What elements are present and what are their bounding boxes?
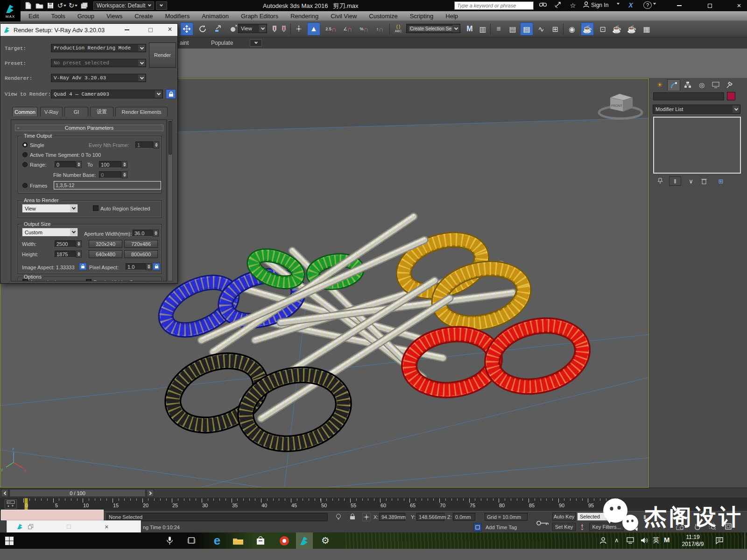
task-view-icon[interactable] (187, 536, 196, 545)
render-in-cloud-icon[interactable]: ☕ (626, 22, 638, 35)
pixel-aspect-lock-icon[interactable] (153, 263, 160, 270)
store-icon[interactable] (256, 535, 265, 546)
sign-in-person-icon[interactable] (582, 1, 590, 8)
modifier-list-dropdown[interactable]: Modifier List (653, 105, 740, 114)
preset-720x486-button[interactable]: 720x486 (124, 240, 158, 248)
set-key-button[interactable]: Set Key (552, 523, 576, 531)
range-from-field[interactable]: 0 (55, 161, 76, 168)
range-radio[interactable] (22, 162, 28, 167)
object-color-swatch[interactable] (727, 92, 735, 100)
height-spinner[interactable] (76, 251, 82, 258)
tab-common[interactable]: Common (12, 107, 38, 116)
modify-tab-icon[interactable] (667, 79, 680, 91)
menu-edit[interactable]: Edit (22, 11, 45, 21)
tab-render-elements[interactable]: Render Elements (115, 107, 168, 116)
menu-civil-view[interactable]: Civil View (324, 11, 363, 21)
aperture-width-field[interactable]: 36.0 (133, 230, 153, 237)
auto-region-checkbox[interactable] (93, 205, 99, 211)
render-hidden-checkbox[interactable] (86, 279, 92, 281)
every-nth-spinner[interactable] (154, 141, 159, 148)
menu-create[interactable]: Create (128, 11, 159, 21)
key-filter-key-icon[interactable] (579, 524, 585, 530)
menu-customize[interactable]: Customize (363, 11, 403, 21)
use-pivot-center-icon[interactable] (270, 22, 279, 35)
render-last-icon[interactable]: ▦ (641, 22, 653, 35)
dialog-maximize-button[interactable] (143, 26, 157, 34)
configure-modifier-sets-icon[interactable]: ⊞ (715, 176, 727, 186)
select-and-scale-icon[interactable] (211, 22, 225, 35)
popup-restore-icon[interactable] (28, 524, 33, 529)
dialog-scrollbar-thumb[interactable] (169, 121, 172, 154)
create-tab-icon[interactable]: ☀ (653, 79, 666, 91)
view-to-render-dropdown[interactable]: Quad 4 — Camera003 (51, 90, 163, 98)
common-parameters-rollout[interactable]: - Common Parameters (15, 125, 163, 131)
width-field[interactable]: 2500 (55, 240, 76, 247)
application-menu-button[interactable]: MAX (0, 0, 21, 21)
reference-coordinate-dropdown[interactable]: View (238, 24, 267, 33)
object-name-field[interactable] (653, 92, 724, 100)
file-number-base-spinner[interactable] (122, 171, 127, 178)
menu-rendering[interactable]: Rendering (284, 11, 324, 21)
select-and-move-icon[interactable] (180, 22, 193, 35)
dialog-scrollbar[interactable] (168, 119, 173, 281)
redo-icon[interactable]: ↻ (67, 1, 78, 10)
help-search-input[interactable] (454, 1, 534, 10)
file-number-base-field[interactable]: 0 (99, 171, 121, 178)
named-selection-icon[interactable]: { }ABC (391, 22, 405, 35)
dialog-minimize-button[interactable] (120, 26, 134, 34)
area-to-render-dropdown[interactable]: View (22, 204, 78, 213)
3dsmax-taskbar-icon[interactable] (296, 532, 313, 549)
popup-close-icon[interactable]: × (105, 523, 109, 531)
taskbar-clock[interactable]: 11:19 2017/6/9 (676, 534, 710, 548)
close-button[interactable]: × (732, 1, 746, 9)
scene-explorer-icon[interactable]: ≡ (493, 22, 504, 35)
menu-scripting[interactable]: Scripting (404, 11, 440, 21)
x-coordinate-field[interactable]: 94.389mm (379, 513, 405, 521)
motion-tab-icon[interactable]: ◎ (695, 79, 708, 91)
single-radio[interactable] (22, 142, 28, 147)
pixel-aspect-spinner[interactable] (146, 263, 152, 270)
viewport-lock-icon[interactable] (166, 89, 176, 99)
tab-settings[interactable]: 设置 (90, 107, 113, 116)
preset-640x480-button[interactable]: 640x480 (89, 250, 122, 258)
renderer-dropdown[interactable]: V-Ray Adv 3.20.03 (51, 74, 146, 82)
absolute-mode-transform-icon[interactable] (362, 513, 371, 521)
menu-group[interactable]: Group (71, 11, 100, 21)
z-coordinate-field[interactable]: 0.0mm (453, 513, 475, 521)
schematic-view-icon[interactable]: ⊞ (549, 22, 561, 35)
height-field[interactable]: 1875 (55, 251, 76, 258)
progress-window-titlebar[interactable]: × (7, 520, 141, 533)
next-frame-button[interactable] (147, 489, 154, 497)
select-and-rotate-icon[interactable] (196, 22, 209, 35)
preset-320x240-button[interactable]: 320x240 (89, 240, 122, 248)
tray-network-icon[interactable] (627, 537, 635, 544)
show-desktop-button[interactable] (744, 532, 745, 549)
aperture-width-spinner[interactable] (153, 230, 159, 237)
snap-25d-icon[interactable]: 2.5∩ (323, 22, 339, 35)
tray-overflow-icon[interactable]: ∧ (614, 537, 619, 544)
new-file-icon[interactable] (22, 1, 34, 10)
ribbon-toggle-icon[interactable]: ▤ (520, 22, 533, 35)
set-key-icon[interactable] (536, 520, 550, 526)
isolate-selection-icon[interactable] (473, 523, 482, 532)
red-app-icon[interactable] (279, 536, 289, 546)
menu-views[interactable]: Views (100, 11, 128, 21)
utilities-tab-icon[interactable] (723, 79, 736, 91)
tray-speaker-icon[interactable] (641, 537, 648, 544)
material-editor-icon[interactable]: ◉ (566, 22, 578, 35)
percent-snap-icon[interactable]: %∩ (357, 22, 372, 35)
image-aspect-lock-icon[interactable] (79, 263, 87, 270)
add-time-tag[interactable]: Add Time Tag (486, 525, 517, 530)
restore-button[interactable] (703, 1, 717, 10)
menu-animation[interactable]: Animation (196, 11, 235, 21)
selection-set-dropdown[interactable]: Create Selection Se (406, 24, 460, 33)
selection-lock-icon[interactable] (349, 513, 356, 520)
save-file-icon[interactable] (45, 1, 56, 10)
render-production-icon[interactable]: ☕ (611, 22, 623, 35)
ime-sogou-icon[interactable]: M (664, 536, 670, 544)
range-to-field[interactable]: 100 (99, 161, 121, 168)
render-button[interactable]: Render (149, 42, 176, 68)
mic-icon[interactable] (166, 536, 173, 545)
hierarchy-tab-icon[interactable] (681, 79, 694, 91)
ribbon-tab-populate[interactable]: Populate (211, 40, 233, 46)
